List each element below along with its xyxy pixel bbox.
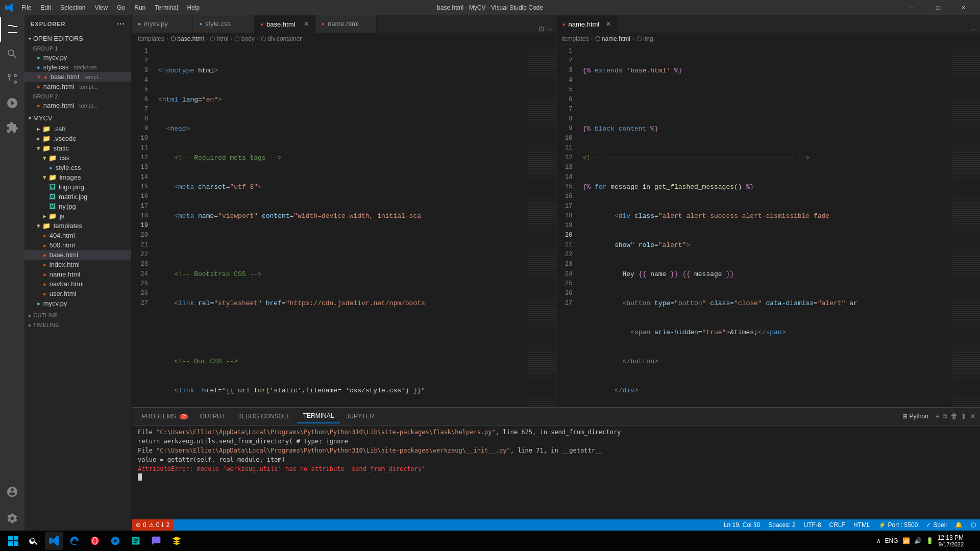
explorer-menu-icon[interactable]: ···	[117, 19, 125, 29]
editor-content-left[interactable]: 12345 678910 1112131415 1617181920 21222…	[132, 44, 528, 407]
outline-section[interactable]: ▸ OUTLINE	[24, 308, 131, 320]
menu-run[interactable]: Run	[130, 3, 150, 12]
taskbar-app6[interactable]	[127, 532, 145, 550]
timeline-section[interactable]: ▸ TIMELINE	[24, 320, 131, 330]
breadcrumb-name-html[interactable]: ⬡ name.html	[595, 35, 630, 42]
taskbar-app5[interactable]	[106, 532, 125, 550]
menu-help[interactable]: Help	[183, 3, 204, 12]
breadcrumb-templates-r[interactable]: templates	[562, 35, 589, 42]
mycv-header[interactable]: ▾ MYCV	[24, 112, 131, 124]
activity-settings[interactable]	[0, 506, 24, 531]
status-encoding[interactable]: UTF-8	[800, 519, 825, 531]
activity-debug[interactable]	[0, 91, 24, 115]
status-remote[interactable]: ⬡	[967, 519, 980, 531]
tree-vscode[interactable]: ▸ 📁 .vscode	[24, 134, 131, 143]
tree-js-folder[interactable]: ▸ 📁 js	[24, 211, 131, 221]
tree-user-html[interactable]: ● user.html	[24, 289, 131, 298]
panel-tab-output[interactable]: OUTPUT	[194, 410, 231, 423]
panel-tab-debug[interactable]: DEBUG CONSOLE	[231, 410, 297, 423]
status-position[interactable]: Ln 19, Col 30	[720, 519, 764, 531]
panel-tab-jupyter[interactable]: JUPYTER	[340, 410, 380, 423]
taskbar-app8[interactable]	[167, 532, 186, 550]
taskbar-edge[interactable]	[65, 532, 84, 550]
taskbar-datetime[interactable]: 12:13 PM 9/17/2022	[938, 534, 964, 547]
tab-name-html-right[interactable]: ● name.html ✕	[556, 15, 618, 33]
tree-static[interactable]: ▾ 📁 static	[24, 143, 131, 153]
status-language[interactable]: HTML	[849, 519, 874, 531]
taskbar-vscode[interactable]	[45, 532, 63, 550]
taskbar-chevron[interactable]: ∧	[876, 537, 881, 544]
open-editor-mycv-py[interactable]: ● mycv.py	[24, 53, 131, 62]
tree-images-folder[interactable]: ▾ 📁 images	[24, 172, 131, 182]
menu-edit[interactable]: Edit	[36, 3, 55, 12]
tab-name-html[interactable]: ● name.html	[315, 15, 377, 33]
status-port[interactable]: ⚡ Port : 5500	[874, 519, 922, 531]
panel-tab-terminal[interactable]: TERMINAL	[297, 409, 340, 423]
tab-close-icon[interactable]: ✕	[606, 20, 611, 28]
breadcrumb-img[interactable]: ⬡ img	[636, 35, 653, 42]
close-panel-icon[interactable]: ✕	[970, 412, 976, 420]
status-spaces[interactable]: Spaces: 2	[764, 519, 799, 531]
breadcrumb-div[interactable]: ⬡ div.container	[261, 35, 302, 42]
taskbar-show-desktop[interactable]	[970, 532, 972, 550]
activity-explorer[interactable]	[0, 17, 24, 42]
open-editor-style-css[interactable]: ● style.css static\css	[24, 62, 131, 72]
breadcrumb-body[interactable]: ⬡ body	[234, 35, 254, 42]
open-editor-group2-name-html[interactable]: ● name.html templ...	[24, 101, 131, 110]
tree-name-html[interactable]: ● name.html	[24, 269, 131, 279]
tree-templates-folder[interactable]: ▾ 📁 templates	[24, 221, 131, 231]
activity-extensions[interactable]	[0, 115, 24, 140]
tab-close-icon[interactable]: ✕	[304, 20, 309, 28]
taskbar-opera[interactable]	[86, 532, 104, 550]
activity-account[interactable]	[0, 480, 24, 504]
more-actions-icon[interactable]: ···	[546, 25, 552, 33]
status-feedback[interactable]: 🔔	[951, 519, 967, 531]
taskbar-search[interactable]	[24, 532, 43, 550]
menu-file[interactable]: File	[17, 3, 35, 12]
status-line-ending[interactable]: CRLF	[825, 519, 849, 531]
menu-terminal[interactable]: Terminal	[151, 3, 182, 12]
maximize-panel-icon[interactable]: ⬆	[961, 412, 967, 420]
tree-navbar-html[interactable]: ● navbar.html	[24, 279, 131, 289]
menu-view[interactable]: View	[90, 3, 112, 12]
maximize-button[interactable]: □	[926, 0, 949, 15]
menu-selection[interactable]: Selection	[56, 3, 89, 12]
split-editor-icon[interactable]: ⊡	[538, 25, 544, 33]
tab-style-css[interactable]: ● style.css	[193, 15, 254, 33]
tree-404-html[interactable]: ● 404.html	[24, 231, 131, 240]
activity-git[interactable]	[0, 66, 24, 91]
tree-mycv-py[interactable]: ● mycv.py	[24, 298, 131, 308]
tree-logo-png[interactable]: 🖼 logo.png	[24, 182, 131, 192]
more-actions-icon[interactable]: ···	[970, 25, 976, 33]
taskbar-lang[interactable]: ENG	[885, 537, 898, 544]
tree-ny-jpg[interactable]: 🖼 ny.jpg	[24, 202, 131, 211]
status-spell[interactable]: ✓ Spell	[922, 519, 951, 531]
breadcrumb-templates[interactable]: templates	[138, 35, 164, 42]
close-icon[interactable]: ✕	[37, 74, 41, 80]
tree-base-html[interactable]: ● base.html	[24, 250, 131, 260]
tree-500-html[interactable]: ● 500.html	[24, 240, 131, 250]
taskbar-start[interactable]	[4, 532, 22, 550]
tree-css-folder[interactable]: ▾ 📁 css	[24, 153, 131, 163]
tab-mycv-py[interactable]: ● mycv.py	[132, 15, 193, 33]
breadcrumb-base-html[interactable]: ⬡ base.html	[170, 35, 204, 42]
open-editor-name-html[interactable]: ● name.html templ...	[24, 82, 131, 91]
tab-base-html[interactable]: ● base.html ✕	[254, 15, 315, 33]
minimize-button[interactable]: ─	[900, 0, 924, 15]
open-editors-header[interactable]: ▾ OPEN EDITORS	[24, 33, 131, 44]
status-errors[interactable]: ⊘ 0 ⚠ 0 ℹ 2	[132, 519, 174, 531]
tree-matrix-jpg[interactable]: 🖼 matrix.jpg	[24, 192, 131, 202]
tree-index-html[interactable]: ● index.html	[24, 260, 131, 269]
split-terminal-icon[interactable]: ⧉	[943, 413, 947, 420]
activity-search[interactable]	[0, 42, 24, 66]
tree-ssh[interactable]: ▸ 📁 .ssh	[24, 124, 131, 134]
breadcrumb-html[interactable]: ⬡ html	[210, 35, 228, 42]
trash-icon[interactable]: 🗑	[950, 412, 958, 420]
open-editor-base-html[interactable]: ✕ ● base.html templ...	[24, 72, 131, 82]
editor-content-right[interactable]: 12345 678910 1112131415 1617181920 21222…	[556, 44, 952, 407]
panel-tab-problems[interactable]: PROBLEMS 2	[136, 410, 194, 423]
taskbar-app7[interactable]	[147, 532, 165, 550]
tree-style-css[interactable]: ● style.css	[24, 163, 131, 172]
add-terminal-icon[interactable]: +	[936, 412, 940, 420]
close-button[interactable]: ✕	[951, 0, 975, 15]
